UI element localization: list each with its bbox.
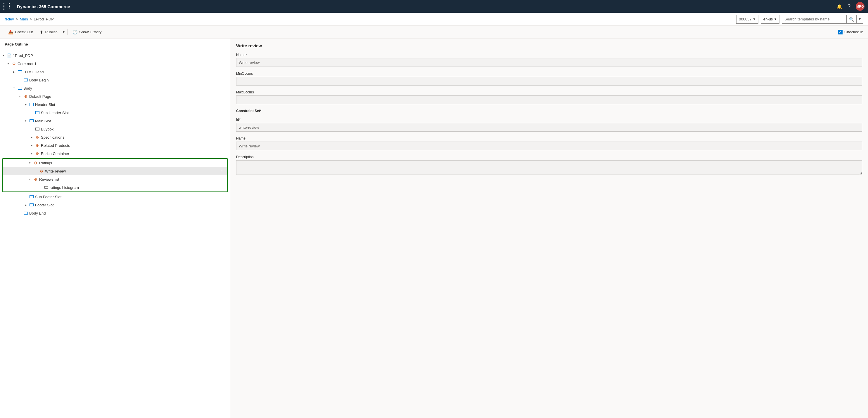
version-dropdown[interactable]: 000037 ▼ bbox=[736, 15, 758, 24]
slot-icon-body bbox=[18, 86, 22, 91]
tree-item-headerslot[interactable]: Header Slot bbox=[0, 100, 230, 109]
slot-icon-subheader bbox=[35, 110, 40, 115]
chevron-down-icon: ▼ bbox=[858, 18, 861, 21]
expand-defaultpage[interactable] bbox=[18, 94, 22, 99]
checkout-button[interactable]: 📤 Check Out bbox=[5, 28, 36, 37]
node-label-headerslot: Header Slot bbox=[35, 102, 225, 107]
tree-item-subfooter[interactable]: Sub Footer Slot bbox=[0, 193, 230, 201]
ratings-container: ⚙ Ratings ⚙ Write review ··· ⚙ Reviews l bbox=[2, 158, 228, 192]
expand-specs[interactable] bbox=[29, 135, 34, 140]
slot-icon-header bbox=[29, 102, 34, 107]
tree-item-body[interactable]: Body bbox=[0, 84, 230, 92]
breadcrumb-fedev[interactable]: fedev bbox=[5, 17, 14, 21]
form-field-description: Description bbox=[236, 155, 862, 176]
app-title: Dynamics 365 Commerce bbox=[17, 4, 833, 9]
search-button[interactable]: 🔍 bbox=[846, 15, 856, 23]
gear-icon-ratings: ⚙ bbox=[33, 161, 38, 165]
node-label-ratings: Ratings bbox=[39, 161, 222, 165]
three-dots-menu[interactable]: ··· bbox=[221, 168, 225, 174]
expand-body[interactable] bbox=[12, 86, 17, 91]
node-label-related: Related Products bbox=[41, 143, 225, 148]
tree-item-bodyend[interactable]: Body End bbox=[0, 209, 230, 217]
slot-icon-bodybegin bbox=[23, 78, 28, 82]
slot-icon bbox=[18, 69, 22, 74]
search-box: 🔍 ▼ bbox=[782, 15, 863, 24]
expand-coreroot[interactable] bbox=[6, 61, 10, 66]
form-label-description: Description bbox=[236, 155, 862, 159]
tree-item-bodybegin[interactable]: Body Begin bbox=[0, 76, 230, 84]
chevron-down-icon: ▼ bbox=[774, 18, 777, 21]
show-history-button[interactable]: 🕐 Show History bbox=[69, 28, 105, 37]
breadcrumb-bar: fedev > Main > 1Prod_PDP 000037 ▼ en-us … bbox=[0, 13, 868, 26]
tree-item-reviewslist[interactable]: ⚙ Reviews list bbox=[3, 175, 227, 183]
form-input-id[interactable] bbox=[236, 123, 862, 132]
node-label-specs: Specifications bbox=[41, 135, 225, 140]
expand-footerslot[interactable] bbox=[23, 203, 28, 207]
search-input[interactable] bbox=[782, 17, 846, 21]
breadcrumb-main[interactable]: Main bbox=[20, 17, 28, 21]
gear-icon-specs: ⚙ bbox=[35, 135, 40, 140]
tree-item-footerslot[interactable]: Footer Slot bbox=[0, 201, 230, 209]
tree-item-ratings[interactable]: ⚙ Ratings bbox=[3, 159, 227, 167]
form-textarea-description[interactable] bbox=[236, 160, 862, 175]
form-input-minoccurs[interactable] bbox=[236, 77, 862, 85]
language-dropdown[interactable]: en-us ▼ bbox=[761, 15, 779, 24]
gear-icon: ⚙ bbox=[12, 61, 17, 66]
gear-icon-writereview: ⚙ bbox=[39, 169, 44, 173]
expand-related[interactable] bbox=[29, 143, 34, 148]
dropdown-arrow-button[interactable]: ▼ bbox=[61, 28, 66, 37]
expand-mainslot[interactable] bbox=[23, 118, 28, 123]
tree-item-buybox[interactable]: Buybox bbox=[0, 125, 230, 133]
tree-item-mainslot[interactable]: Main Slot bbox=[0, 117, 230, 125]
tree-item-subheaderslot[interactable]: Sub Header Slot bbox=[0, 109, 230, 117]
form-field-minoccurs: MinOccurs bbox=[236, 71, 862, 85]
form-field-constraintid: Id* bbox=[236, 118, 862, 132]
node-label-coreroot: Core root 1 bbox=[18, 62, 225, 66]
search-dropdown-button[interactable]: ▼ bbox=[856, 15, 863, 23]
main-layout: Page Outline 📄 1Prod_PDP ⚙ Core root 1 bbox=[0, 38, 868, 418]
expand-htmlhead[interactable] bbox=[12, 69, 17, 74]
expand-root[interactable] bbox=[1, 53, 6, 58]
tree-item-defaultpage[interactable]: ⚙ Default Page bbox=[0, 92, 230, 100]
form-label-name: Name* bbox=[236, 53, 862, 57]
tree-item-specs[interactable]: ⚙ Specifications bbox=[0, 133, 230, 141]
tree-item-coreroot[interactable]: ⚙ Core root 1 bbox=[0, 60, 230, 68]
tree-container: 📄 1Prod_PDP ⚙ Core root 1 HTML Head bbox=[0, 49, 230, 219]
tree-item-related[interactable]: ⚙ Related Products bbox=[0, 141, 230, 149]
tree-item-ratingshisto[interactable]: ratings histogram bbox=[3, 183, 227, 191]
node-label-buybox: Buybox bbox=[41, 127, 225, 131]
right-panel-title: Write review bbox=[236, 43, 862, 48]
top-nav: Dynamics 365 Commerce 🔔 ? MRG bbox=[0, 0, 868, 13]
expand-enrich[interactable] bbox=[29, 151, 34, 156]
app-grid-icon[interactable] bbox=[3, 3, 13, 10]
node-label-subheaderslot: Sub Header Slot bbox=[41, 111, 225, 115]
expand-reviewslist[interactable] bbox=[28, 177, 32, 181]
node-label-bodybegin: Body Begin bbox=[29, 78, 225, 82]
left-panel: Page Outline 📄 1Prod_PDP ⚙ Core root 1 bbox=[0, 38, 230, 418]
gear-icon-defaultpage: ⚙ bbox=[23, 94, 28, 99]
toolbar: 📤 Check Out ⬆ Publish ▼ 🕐 Show History ✓… bbox=[0, 26, 868, 38]
tree-item-htmlhead[interactable]: HTML Head bbox=[0, 68, 230, 76]
tree-item-root[interactable]: 📄 1Prod_PDP bbox=[0, 51, 230, 60]
form-input-constraintname[interactable] bbox=[236, 142, 862, 150]
breadcrumb-current: 1Prod_PDP bbox=[34, 17, 54, 21]
avatar[interactable]: MRG bbox=[856, 2, 865, 11]
help-icon[interactable]: ? bbox=[847, 3, 850, 10]
slot-icon-main bbox=[29, 118, 34, 123]
node-label-root: 1Prod_PDP bbox=[13, 54, 225, 58]
tree-item-enrich[interactable]: ⚙ Enrich Container bbox=[0, 149, 230, 158]
expand-headerslot[interactable] bbox=[23, 102, 28, 107]
form-input-maxoccurs[interactable] bbox=[236, 96, 862, 104]
node-label-bodyend: Body End bbox=[29, 211, 225, 215]
slot-icon-bodyend bbox=[23, 211, 28, 215]
publish-button[interactable]: ⬆ Publish bbox=[36, 28, 61, 37]
gear-icon-related: ⚙ bbox=[35, 143, 40, 148]
form-input-name[interactable] bbox=[236, 58, 862, 67]
chevron-down-icon: ▼ bbox=[753, 18, 756, 21]
tree-item-writereview[interactable]: ⚙ Write review ··· bbox=[3, 167, 227, 175]
breadcrumb-sep-1: > bbox=[16, 17, 18, 21]
node-label-body: Body bbox=[23, 86, 225, 91]
module-icon-buybox bbox=[35, 127, 40, 131]
notification-icon[interactable]: 🔔 bbox=[836, 4, 842, 9]
expand-ratings[interactable] bbox=[28, 161, 32, 165]
